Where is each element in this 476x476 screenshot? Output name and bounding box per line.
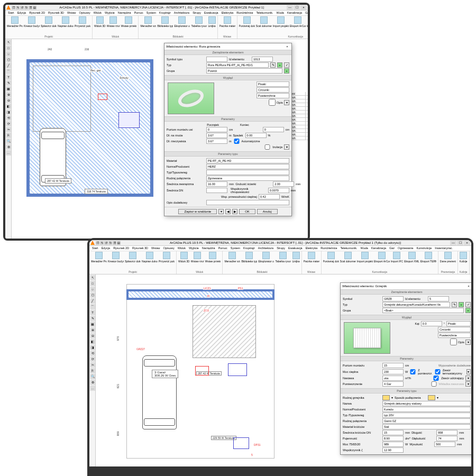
tool-icon[interactable]: ◧ — [90, 339, 95, 344]
tool-icon[interactable]: ▦ — [6, 86, 11, 91]
ribbon-button[interactable]: Widok 3D — [94, 16, 106, 28]
ribbon-button[interactable]: Import IFC — [391, 252, 404, 263]
menu-item[interactable]: Pomoc — [133, 11, 145, 15]
menu-item[interactable]: Widok — [92, 11, 103, 15]
tool-icon[interactable]: ↖ — [6, 40, 11, 45]
tool-icon[interactable]: ✎ — [6, 80, 11, 86]
quick-access-toolbar[interactable]: ☐✎↺↻☰▤ — [12, 6, 36, 10]
menu-item[interactable]: Kanalizacja — [370, 246, 388, 251]
ribbon-button[interactable]: Widok 3D — [178, 252, 190, 263]
ribbon-button[interactable]: Eksport XML — [404, 252, 419, 263]
menu-item[interactable]: Widok — [176, 246, 187, 251]
ribbon-button[interactable]: Wstaw rzut — [191, 252, 204, 263]
ribbon-toolbar[interactable]: Menadżer ProjektuKreator budynkuSpłaszcz… — [5, 16, 308, 39]
ribbon-button[interactable]: Biblioteka typów — [157, 16, 173, 28]
menu-item[interactable]: Woda — [359, 246, 370, 251]
tool-icon[interactable]: ◨ — [6, 109, 11, 115]
properties-dialog-pipe[interactable]: Właściwości elementu: Rura grzewcza× Zar… — [164, 43, 292, 216]
ribbon-button[interactable]: Eksplorator obiektów — [174, 16, 190, 28]
cancel-button[interactable]: Anuluj — [257, 209, 278, 214]
ribbon-button[interactable]: Napraw dokument — [142, 252, 158, 263]
menu-item[interactable]: Wyjście — [187, 246, 200, 251]
ribbon-button[interactable]: Menadżer Projektu — [7, 16, 23, 28]
menu-item[interactable]: Narzędzia — [116, 11, 133, 15]
menu-item[interactable]: Kanalizacja — [286, 11, 304, 15]
tool-icon[interactable]: ◧ — [6, 104, 11, 109]
tool-icon[interactable]: T — [90, 310, 95, 315]
menu-item[interactable]: Elektryka — [220, 11, 235, 15]
menu-item[interactable]: Rysunek 3D — [131, 246, 150, 251]
ribbon-button[interactable]: Porównaj dokumenty — [239, 16, 255, 28]
menu-bar[interactable]: StartEdycjaRysunek 2DRysunek 3DWstawOpis… — [89, 246, 471, 251]
ribbon-button[interactable]: Spłaszcz dokument — [41, 16, 57, 28]
tool-icon[interactable]: ⊕ — [6, 92, 11, 97]
tool-icon[interactable]: ◨ — [90, 345, 95, 350]
tool-icon[interactable]: ⬡ — [6, 57, 11, 62]
ribbon-button[interactable]: Import projektu — [273, 16, 289, 28]
menu-item[interactable]: System — [145, 11, 158, 15]
ribbon-toolbar[interactable]: Menadżer ProjektuKreator budynkuSpłaszcz… — [89, 251, 471, 274]
tool-icon[interactable]: ⚙ — [6, 144, 11, 150]
ribbon-button[interactable]: Wstaw przekrój — [205, 252, 221, 263]
ribbon-button[interactable]: Scal dokumenty — [340, 252, 356, 263]
menu-item[interactable]: Kropirajz — [242, 246, 257, 251]
menu-item[interactable]: Narzędzia — [200, 246, 217, 251]
ribbon-button[interactable]: Przywróć położenie okien — [159, 252, 175, 263]
ribbon-button[interactable]: Import IFC — [307, 16, 308, 28]
radiator-type-icon[interactable] — [382, 395, 390, 400]
tool-icon[interactable]: … — [90, 386, 95, 391]
menu-item[interactable]: Rozdzielnice — [319, 246, 338, 251]
menu-bar[interactable]: StartEdycjaRysunek 2DRysunek 3DWstawOpis… — [5, 11, 308, 16]
menu-item[interactable]: Architektura — [172, 11, 191, 15]
ribbon-button[interactable]: Linijka — [292, 252, 299, 263]
tool-icon[interactable]: ⌒ — [6, 69, 11, 74]
menu-item[interactable]: Rozdzielnice — [235, 11, 254, 15]
tool-icon[interactable]: ○ — [6, 51, 11, 57]
menu-item[interactable]: Wyjście — [103, 11, 116, 15]
menu-item[interactable]: Start — [90, 246, 100, 251]
menu-item[interactable]: Telekomunik. — [338, 246, 359, 251]
ribbon-button[interactable]: Napraw dokument — [58, 16, 74, 28]
ribbon-button[interactable]: Biblioteka typów — [241, 252, 257, 263]
tool-icon[interactable]: ✎ — [90, 316, 95, 321]
menu-item[interactable]: Opisowy — [162, 246, 176, 251]
tool-icon[interactable]: ⎘ — [90, 368, 95, 373]
ok-button[interactable]: OK — [239, 209, 255, 214]
menu-item[interactable]: Elektryka — [304, 246, 319, 251]
close-icon[interactable]: × — [466, 285, 471, 288]
ribbon-button[interactable]: Dane prezentacji projektu — [440, 252, 456, 263]
tool-icon[interactable]: ✂ — [90, 362, 95, 368]
ribbon-button[interactable]: Wstaw rzut — [107, 16, 120, 28]
ribbon-button[interactable]: Spłaszcz dokument — [125, 252, 141, 263]
tool-icon[interactable]: ↖ — [90, 275, 95, 280]
tool-icon[interactable]: ▦ — [90, 322, 95, 327]
save-template-button[interactable]: Zapisz w szablonie — [178, 209, 217, 214]
ribbon-button[interactable]: Import projektu — [357, 252, 373, 263]
tool-icon[interactable]: ⟲ — [6, 115, 11, 121]
menu-item[interactable]: Inwentaryzac. — [433, 246, 454, 251]
menu-item[interactable]: Stropy — [191, 11, 203, 15]
ribbon-button[interactable]: Tabelka rysunkowa — [191, 16, 207, 28]
ribbon-button[interactable]: Eksplorator obiektów — [258, 252, 274, 263]
menu-item[interactable]: Rysunek 3D — [47, 11, 66, 15]
menu-item[interactable]: Telekomunik. — [254, 11, 274, 15]
close-icon[interactable]: × — [285, 45, 290, 48]
ribbon-button[interactable]: Kreator budynku — [108, 252, 124, 263]
ribbon-button[interactable]: Menadżer Projektu — [91, 252, 107, 263]
menu-item[interactable]: Edycja — [16, 11, 28, 15]
ribbon-button[interactable]: Przywróć położenie okien — [75, 16, 90, 28]
tool-icon[interactable]: □ — [6, 45, 11, 51]
tool-icon[interactable]: ⌒ — [90, 304, 95, 309]
tool-icon[interactable]: ╱ — [6, 63, 11, 68]
menu-item[interactable]: System — [229, 246, 242, 251]
ribbon-button[interactable]: Tabelka rysunkowa — [275, 252, 291, 263]
menu-item[interactable]: Start — [6, 11, 16, 15]
ribbon-button[interactable]: Wstaw przekrój — [121, 16, 136, 28]
menu-item[interactable]: Woda — [275, 11, 286, 15]
ribbon-button[interactable]: Kreator budynku — [24, 16, 40, 28]
tool-icon[interactable]: ⊖ — [6, 98, 11, 103]
ribbon-button[interactable]: Eksport ArCon — [374, 252, 390, 263]
ribbon-button[interactable]: Eksport TERMO — [420, 252, 436, 263]
tool-icon[interactable]: ⟲ — [90, 351, 95, 356]
ribbon-button[interactable]: Scal dokumenty — [256, 16, 272, 28]
